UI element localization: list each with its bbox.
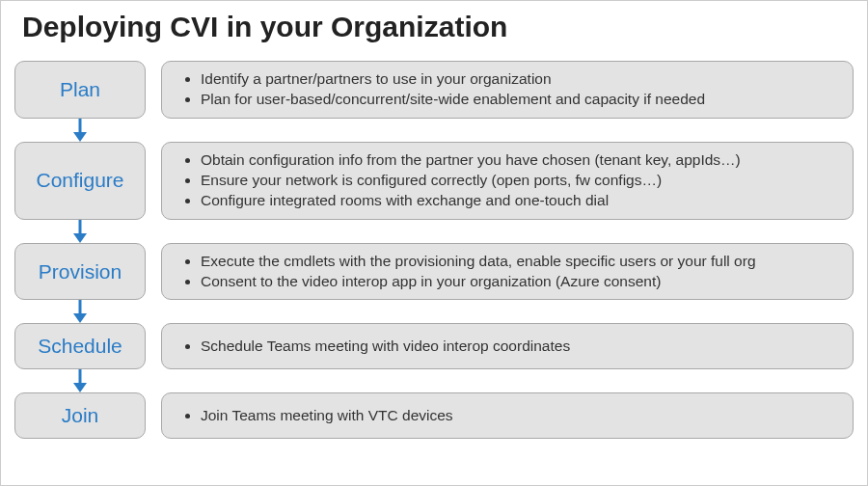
- step-row: Provision Execute the cmdlets with the p…: [14, 243, 854, 301]
- svg-marker-5: [73, 313, 87, 323]
- step-item: Plan for user-based/concurrent/site-wide…: [201, 90, 705, 110]
- step-desc-configure: Obtain configuration info from the partn…: [161, 142, 854, 220]
- step-item: Execute the cmdlets with the provisionin…: [201, 252, 756, 272]
- step-label: Plan: [60, 78, 100, 101]
- step-row: Schedule Schedule Teams meeting with vid…: [14, 323, 854, 369]
- step-item: Join Teams meeting with VTC devices: [201, 406, 453, 426]
- step-box-provision: Provision: [14, 243, 146, 301]
- step-desc-join: Join Teams meeting with VTC devices: [161, 392, 854, 439]
- step-item: Schedule Teams meeting with video intero…: [201, 337, 570, 357]
- step-row: Configure Obtain configuration info from…: [14, 142, 854, 220]
- page-title: Deploying CVI in your Organization: [22, 11, 854, 43]
- arrow-row: [14, 119, 854, 142]
- arrow-down-icon: [70, 119, 90, 142]
- step-box-configure: Configure: [14, 142, 146, 220]
- steps-container: Plan Identify a partner/partners to use …: [14, 61, 854, 439]
- arrow-down-icon: [70, 220, 90, 243]
- arrow-row: [14, 369, 854, 392]
- step-label: Provision: [39, 260, 122, 284]
- arrow-row: [14, 220, 854, 243]
- svg-marker-1: [73, 132, 87, 142]
- step-box-plan: Plan: [14, 61, 146, 119]
- step-box-join: Join: [14, 392, 146, 439]
- svg-marker-7: [73, 383, 87, 392]
- step-item: Consent to the video interop app in your…: [201, 272, 756, 292]
- step-item: Ensure your network is configured correc…: [201, 171, 741, 191]
- svg-marker-3: [73, 233, 87, 243]
- step-desc-provision: Execute the cmdlets with the provisionin…: [161, 243, 854, 301]
- arrow-down-icon: [70, 369, 90, 392]
- arrow-row: [14, 300, 854, 323]
- step-item: Configure integrated rooms with exchange…: [201, 191, 741, 211]
- step-desc-schedule: Schedule Teams meeting with video intero…: [161, 323, 854, 369]
- arrow-down-icon: [70, 300, 90, 323]
- step-row: Plan Identify a partner/partners to use …: [14, 61, 854, 119]
- step-desc-plan: Identify a partner/partners to use in yo…: [161, 61, 854, 119]
- step-item: Identify a partner/partners to use in yo…: [201, 69, 705, 90]
- step-row: Join Join Teams meeting with VTC devices: [14, 392, 854, 439]
- step-item: Obtain configuration info from the partn…: [201, 150, 741, 171]
- step-label: Schedule: [38, 335, 122, 358]
- step-label: Join: [62, 404, 99, 427]
- step-box-schedule: Schedule: [14, 323, 146, 369]
- step-label: Configure: [36, 169, 123, 192]
